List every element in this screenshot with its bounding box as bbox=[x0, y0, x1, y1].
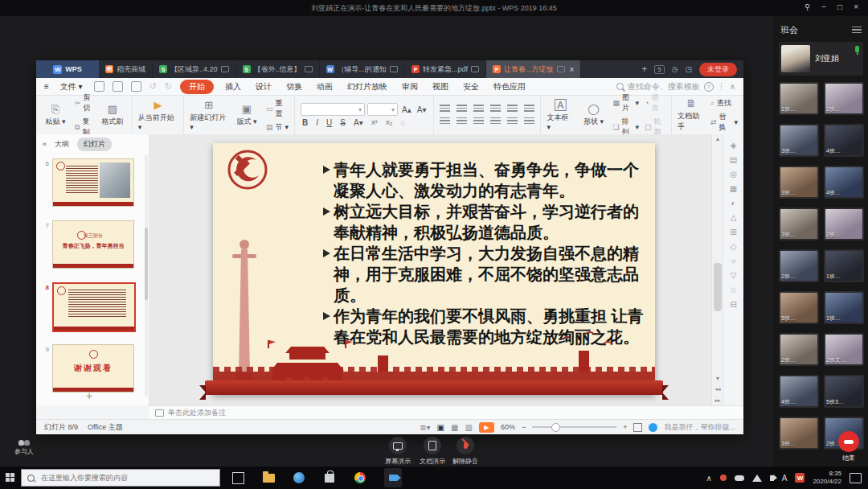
menu-slideshow[interactable]: 幻灯片放映 bbox=[344, 80, 391, 93]
more-icon[interactable]: ⋮ bbox=[718, 82, 726, 91]
menu-design[interactable]: 设计 bbox=[252, 80, 275, 93]
zoom-out-button[interactable]: − bbox=[522, 423, 526, 431]
participant-tile[interactable]: 4班… bbox=[779, 375, 819, 408]
menu-security[interactable]: 安全 bbox=[460, 80, 482, 93]
zoom-in-button[interactable]: + bbox=[623, 423, 627, 431]
fit-slide-icon[interactable] bbox=[633, 423, 642, 432]
save-icon[interactable] bbox=[94, 81, 104, 92]
scrollbar-thumb[interactable] bbox=[714, 263, 722, 311]
tab-close-icon[interactable]: × bbox=[570, 65, 575, 74]
menu-file[interactable]: 文件 ▾ bbox=[57, 80, 86, 93]
end-meeting-button[interactable] bbox=[838, 431, 859, 452]
participant-tile[interactable]: 3班… bbox=[779, 124, 819, 157]
participants-control[interactable]: 参与人 bbox=[6, 438, 42, 456]
theme-name[interactable]: Office 主题 bbox=[88, 422, 123, 433]
participant-tile[interactable]: 5班… bbox=[779, 291, 819, 324]
clear-format-icon[interactable]: ◌ bbox=[399, 118, 407, 127]
outdent-icon[interactable] bbox=[473, 105, 484, 113]
next-slide-icon[interactable]: ▸▸ bbox=[712, 397, 723, 404]
slide-thumbnail-8-selected[interactable] bbox=[52, 282, 136, 332]
scroll-up-icon[interactable]: ▲ bbox=[712, 134, 723, 142]
doc-share-button[interactable] bbox=[424, 437, 441, 454]
add-slide-button[interactable]: + bbox=[36, 389, 142, 402]
layout-button[interactable]: ▣ 版式 ▾ bbox=[233, 104, 260, 127]
slide-thumbnail-9[interactable]: 谢谢观看 bbox=[52, 344, 134, 392]
pin-icon[interactable]: ⚲ bbox=[805, 2, 810, 11]
participant-tile[interactable]: 4班… bbox=[824, 124, 864, 157]
outline-tab[interactable]: 大纲 bbox=[55, 139, 69, 150]
chrome-button[interactable] bbox=[354, 471, 366, 484]
increase-font-button[interactable]: A▴ bbox=[400, 105, 413, 114]
replace-button[interactable]: ⇄替换 ▾ bbox=[710, 112, 738, 133]
menu-review[interactable]: 审阅 bbox=[399, 80, 421, 93]
justify-icon[interactable] bbox=[490, 117, 501, 125]
sidebar-tool-icon-1[interactable]: ◈ bbox=[731, 141, 737, 150]
input-method-indicator[interactable]: A bbox=[782, 474, 788, 483]
bullets-icon[interactable] bbox=[440, 105, 450, 113]
participant-tile[interactable]: 2班… bbox=[779, 249, 819, 282]
canvas-scrollbar[interactable]: ▲ ▼ ◂◂ ▸▸ bbox=[711, 134, 723, 405]
hamburger-icon[interactable]: ≡ bbox=[44, 82, 49, 91]
find-button[interactable]: ⌕查找 bbox=[710, 98, 738, 109]
participant-list-icon[interactable] bbox=[852, 27, 862, 34]
skin-icon[interactable]: ◳ bbox=[685, 65, 692, 73]
notes-view-icon[interactable]: ≣▾ bbox=[420, 423, 430, 432]
participant-tile[interactable]: 1班… bbox=[824, 291, 864, 324]
print-icon[interactable] bbox=[131, 81, 141, 92]
indent-icon[interactable] bbox=[490, 105, 501, 113]
participant-tile[interactable]: 2班… bbox=[779, 333, 819, 366]
screen-share-button[interactable] bbox=[389, 437, 407, 454]
paste-button[interactable]: ⎘ 粘贴 ▾ bbox=[42, 104, 69, 127]
edge-browser-button[interactable] bbox=[293, 471, 305, 484]
subscript-button[interactable]: X₂ bbox=[384, 119, 394, 126]
undo-icon[interactable]: ↺ bbox=[149, 81, 157, 92]
font-name-combo[interactable]: ▾ bbox=[301, 103, 365, 116]
store-button[interactable] bbox=[323, 471, 336, 484]
menu-animation[interactable]: 动画 bbox=[313, 80, 336, 93]
participant-tile[interactable]: 3班… bbox=[779, 166, 819, 199]
minimize-icon[interactable]: − bbox=[821, 2, 826, 11]
format-painter-button[interactable]: ▨ 格式刷 bbox=[99, 104, 126, 127]
doc-assistant-button[interactable]: 🗎 文档助手 bbox=[678, 98, 705, 132]
tab-count-badge[interactable]: 5 bbox=[654, 65, 664, 74]
columns-icon[interactable] bbox=[524, 117, 534, 125]
tray-cloud-icon[interactable] bbox=[735, 475, 744, 481]
sidebar-tool-icon-10[interactable]: ▽ bbox=[731, 271, 737, 280]
align-center-icon[interactable] bbox=[457, 117, 467, 125]
menu-view[interactable]: 视图 bbox=[429, 80, 452, 93]
participant-tile[interactable]: 2班… bbox=[824, 82, 864, 115]
sidebar-tool-icon-3[interactable]: ◎ bbox=[730, 170, 737, 179]
assistant-avatar[interactable] bbox=[649, 423, 657, 432]
shapes-button[interactable]: ◯ 形状 ▾ bbox=[579, 104, 607, 127]
new-slide-button[interactable]: ⊞ 新建幻灯片 ▾ bbox=[190, 100, 227, 131]
sidebar-tool-icon-7[interactable]: ⊞ bbox=[730, 228, 736, 236]
participant-tile[interactable]: 3班… bbox=[779, 417, 819, 450]
sidebar-tool-icon-6[interactable]: △ bbox=[731, 213, 737, 222]
tab-pdf[interactable]: P 转发紧急...pdf bbox=[405, 60, 486, 78]
output-icon[interactable] bbox=[113, 81, 123, 92]
reading-view-icon[interactable]: ▥ bbox=[465, 423, 472, 432]
underline-button[interactable]: U bbox=[325, 118, 334, 127]
participant-tile[interactable]: 2班… bbox=[824, 208, 864, 240]
volume-icon[interactable] bbox=[770, 475, 774, 481]
section-button[interactable]: ▤节 ▾ bbox=[266, 122, 289, 133]
menu-home[interactable]: 开始 bbox=[180, 80, 214, 94]
participant-tile[interactable]: 4班… bbox=[824, 166, 864, 199]
superscript-button[interactable]: X² bbox=[370, 119, 379, 126]
start-button[interactable] bbox=[0, 466, 21, 489]
history-icon[interactable]: ◷ bbox=[672, 65, 678, 73]
slide-thumbnail-6[interactable] bbox=[52, 158, 134, 207]
unmute-button[interactable] bbox=[457, 437, 474, 454]
sidebar-tool-icon-8[interactable]: ◇ bbox=[731, 242, 737, 251]
restore-icon[interactable]: □ bbox=[837, 2, 842, 11]
picture-button[interactable]: ▦图片 ▾ bbox=[612, 92, 639, 113]
sidebar-tool-icon-11[interactable]: ☆ bbox=[730, 286, 737, 294]
reset-button[interactable]: ▭重置 bbox=[266, 98, 289, 119]
tab-sheet-2[interactable]: S 【省外..信息】 bbox=[236, 60, 320, 78]
zoom-level[interactable]: 60% bbox=[501, 423, 515, 431]
distribute-icon[interactable] bbox=[507, 117, 518, 125]
sidebar-tool-icon-9[interactable]: ○ bbox=[731, 257, 735, 265]
action-center-icon[interactable] bbox=[850, 473, 862, 483]
current-slide[interactable]: 青年人就要勇于担当、奋勇争先，争做一个凝聚人心、激发动力的有志青年。 树立远大目… bbox=[213, 143, 655, 394]
tab-presentation-active[interactable]: P 让青春...方绽放 × bbox=[486, 60, 581, 78]
